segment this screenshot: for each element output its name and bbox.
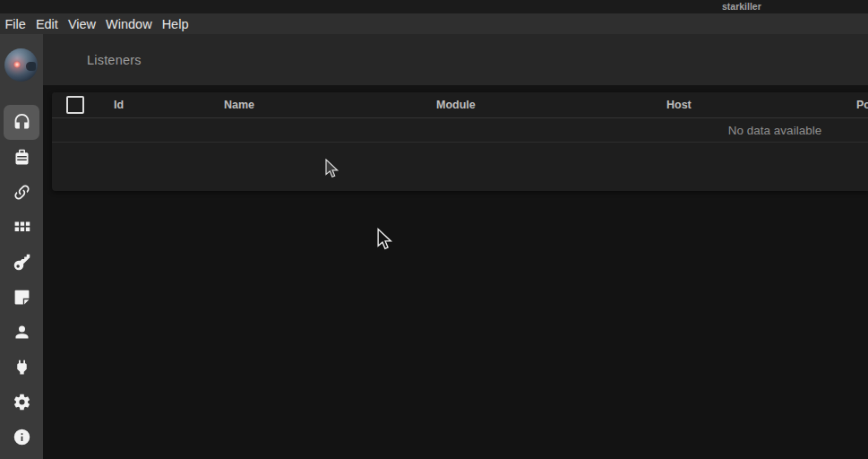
sidebar-item-listeners[interactable] [4, 105, 39, 140]
key-icon [13, 253, 31, 272]
column-header-module[interactable]: Module [421, 99, 651, 111]
account-icon [13, 323, 31, 342]
note-icon [13, 288, 31, 307]
sidebar-item-credentials[interactable] [4, 245, 39, 280]
sidebar-item-plugins[interactable] [4, 350, 39, 385]
logo-notch [26, 62, 36, 71]
menu-bar: File Edit View Window Help [0, 13, 868, 35]
link-icon [13, 183, 31, 202]
select-all-checkbox[interactable] [66, 96, 84, 114]
starkiller-logo [4, 48, 38, 82]
window-title: starkiller [722, 1, 761, 12]
sidebar-item-users[interactable] [4, 315, 39, 350]
table-footer [52, 143, 868, 190]
info-icon [13, 428, 31, 446]
table-header-row: Id Name Module Host Port [52, 92, 868, 118]
empty-table-message: No data available [728, 124, 821, 137]
window-titlebar: starkiller [0, 0, 868, 13]
app-toolbar: Listeners [43, 34, 868, 85]
menu-window[interactable]: Window [101, 13, 158, 34]
empty-table-row: No data available [52, 118, 868, 143]
cursor-arrow-outline-icon [377, 228, 393, 253]
sidebar-item-modules[interactable] [4, 210, 39, 245]
sidebar-item-reporting[interactable] [4, 280, 39, 315]
menu-edit[interactable]: Edit [30, 13, 63, 34]
menu-view[interactable]: View [63, 13, 100, 34]
column-header-port[interactable]: Port [841, 99, 868, 111]
grid-icon [13, 218, 31, 237]
column-header-id[interactable]: Id [99, 99, 209, 111]
starkiller-window: { "window": { "title": "starkiller" }, "… [0, 0, 868, 459]
select-all-cell [52, 96, 99, 114]
gear-icon [13, 393, 31, 411]
logo-eye [13, 61, 21, 68]
sidebar [0, 34, 43, 459]
plug-icon [13, 358, 31, 377]
sidebar-item-about[interactable] [4, 420, 39, 455]
page-title: Listeners [87, 53, 142, 67]
listeners-table-card: Id Name Module Host Port No data availab… [52, 92, 868, 191]
listeners-table: Id Name Module Host Port No data availab… [52, 92, 868, 190]
menu-file[interactable]: File [0, 13, 30, 34]
sidebar-item-settings[interactable] [4, 385, 39, 420]
sidebar-nav [0, 105, 43, 455]
menu-help[interactable]: Help [157, 13, 193, 34]
sidebar-item-agents[interactable] [4, 175, 39, 210]
headset-icon [13, 113, 31, 132]
sidebar-item-stagers[interactable] [4, 140, 39, 175]
column-header-host[interactable]: Host [651, 99, 841, 111]
column-header-name[interactable]: Name [209, 99, 421, 111]
briefcase-icon [13, 148, 31, 167]
